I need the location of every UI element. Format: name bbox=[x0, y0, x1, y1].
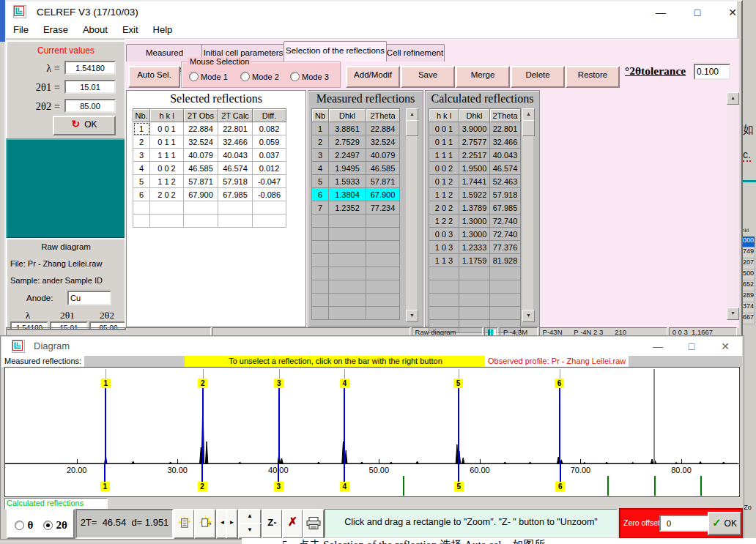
measured-reflection-bar[interactable] bbox=[559, 388, 560, 463]
table-cell[interactable]: 72.740 bbox=[490, 215, 521, 228]
table-cell[interactable]: 77.376 bbox=[490, 241, 521, 254]
table-cell[interactable]: 72.740 bbox=[490, 228, 521, 241]
table-cell[interactable]: 1 0 3 bbox=[429, 241, 459, 254]
table-row[interactable]: 1 1 21.592257.918 bbox=[429, 188, 521, 201]
table-cell[interactable]: 0.012 bbox=[253, 162, 286, 175]
table-cell[interactable]: 81.928 bbox=[490, 254, 521, 267]
table-cell[interactable]: 0 0 3 bbox=[429, 228, 459, 241]
calculated-reflection-bar[interactable] bbox=[458, 463, 459, 482]
table-cell[interactable]: 1.2333 bbox=[459, 241, 490, 254]
table-row[interactable]: 0 0 13.900022.801 bbox=[429, 122, 521, 135]
table-cell[interactable]: 46.574 bbox=[490, 162, 521, 175]
table-row[interactable]: 51.593357.871 bbox=[312, 175, 400, 188]
table-cell[interactable]: 1 bbox=[312, 122, 329, 135]
table-cell[interactable]: 32.466 bbox=[218, 135, 253, 149]
table-cell[interactable]: 22.801 bbox=[218, 122, 253, 135]
table-cell[interactable]: 22.884 bbox=[366, 122, 400, 135]
table-row[interactable]: 1 1 12.251740.043 bbox=[429, 149, 521, 162]
table-row[interactable]: 0 1 12.757732.466 bbox=[429, 135, 521, 149]
menu-item-erase[interactable]: Erase bbox=[36, 22, 75, 38]
table-row[interactable]: 51 1 257.87157.918-0.047 bbox=[133, 175, 286, 188]
table-cell[interactable]: 40.043 bbox=[218, 149, 253, 162]
toolbar-button-add-modif[interactable]: Add/Modif bbox=[346, 66, 400, 88]
calculated-reflection-bar[interactable] bbox=[104, 463, 105, 482]
table-cell[interactable]: 0.059 bbox=[253, 135, 286, 149]
theta-radio[interactable]: θ bbox=[15, 518, 33, 532]
current-value-input[interactable] bbox=[64, 80, 116, 94]
table-cell[interactable]: 6 bbox=[133, 188, 150, 201]
auto-sel-button[interactable]: Auto Sel. bbox=[128, 66, 180, 88]
table-cell[interactable]: 7 bbox=[312, 201, 329, 215]
table-cell[interactable]: 1.3000 bbox=[459, 215, 490, 228]
mode-radio-3[interactable]: Mode 3 bbox=[290, 72, 329, 81]
page-scrollbar[interactable]: ▲ ▼ bbox=[727, 92, 738, 320]
table-cell[interactable]: 0 1 1 bbox=[429, 135, 459, 149]
table-cell[interactable]: 32.524 bbox=[184, 135, 218, 149]
scroll-down-icon[interactable]: ▼ bbox=[727, 308, 739, 320]
table-cell[interactable]: 2 0 2 bbox=[429, 201, 459, 215]
table-cell[interactable]: 57.871 bbox=[184, 175, 218, 188]
table-row[interactable]: 13.886122.884 bbox=[312, 122, 400, 135]
scroll-up-icon[interactable]: ▲ bbox=[522, 108, 535, 121]
table-cell[interactable]: 2.7529 bbox=[329, 135, 366, 149]
table-cell[interactable]: -0.047 bbox=[253, 175, 286, 188]
current-values-ok-button[interactable]: ↻OK bbox=[53, 116, 116, 135]
maximize-button[interactable]: □ bbox=[681, 340, 702, 353]
table-cell[interactable]: 67.985 bbox=[218, 188, 253, 201]
scroll-up-icon[interactable]: ▲ bbox=[406, 108, 418, 121]
table-row[interactable]: 62 0 267.90067.985-0.086 bbox=[133, 188, 286, 201]
calculated-scrollbar[interactable]: ▲ ▼ bbox=[522, 108, 533, 322]
table-cell[interactable]: 5 bbox=[133, 175, 150, 188]
maximize-button[interactable]: □ bbox=[687, 6, 708, 19]
table-cell[interactable]: 2 bbox=[312, 135, 329, 149]
table-cell[interactable]: 46.574 bbox=[218, 162, 253, 175]
table-cell[interactable]: 1.9500 bbox=[459, 162, 490, 175]
table-row[interactable]: 0 1 21.744152.463 bbox=[429, 175, 521, 188]
calculated-reflection-bar[interactable] bbox=[201, 463, 203, 482]
table-cell[interactable]: 1.9495 bbox=[329, 162, 366, 175]
table-row[interactable]: 0 0 31.300072.740 bbox=[429, 228, 521, 241]
table-cell[interactable]: 1.5933 bbox=[329, 175, 366, 188]
measured-reflection-bar[interactable] bbox=[105, 388, 106, 463]
table-cell[interactable]: 2.7577 bbox=[459, 135, 490, 149]
table-cell[interactable]: 3.8861 bbox=[329, 122, 366, 135]
toolbar-button-restore[interactable]: Restore bbox=[566, 66, 620, 88]
table-cell[interactable]: 0 0 1 bbox=[150, 122, 184, 135]
scrollbar-thumb[interactable] bbox=[522, 120, 535, 136]
table-cell[interactable]: 67.900 bbox=[366, 188, 400, 201]
menu-item-file[interactable]: File bbox=[6, 22, 36, 38]
table-cell[interactable]: 0 0 1 bbox=[429, 122, 459, 135]
table-row[interactable]: 61.380467.900 bbox=[312, 188, 400, 201]
table-row[interactable]: 22.752932.524 bbox=[312, 135, 400, 149]
table-cell[interactable]: 40.079 bbox=[366, 149, 400, 162]
measured-scrollbar[interactable]: ▲ ▼ bbox=[406, 108, 417, 322]
menu-item-help[interactable]: Help bbox=[146, 22, 180, 38]
table-cell[interactable]: 67.900 bbox=[184, 188, 218, 201]
measured-reflection-bar[interactable] bbox=[344, 388, 345, 463]
table-cell[interactable]: 2.2517 bbox=[459, 149, 490, 162]
table-cell[interactable]: 22.801 bbox=[490, 122, 521, 135]
table-row[interactable]: 40 0 246.58546.5740.012 bbox=[133, 162, 286, 175]
scroll-up-icon[interactable]: ▲ bbox=[727, 92, 739, 105]
table-cell[interactable]: 2.2497 bbox=[329, 149, 366, 162]
zero-offset-ok-button[interactable]: ✓OK bbox=[708, 512, 741, 535]
table-cell[interactable]: 57.871 bbox=[366, 175, 400, 188]
table-cell[interactable]: 1.5922 bbox=[459, 188, 490, 201]
close-button[interactable]: ✕ bbox=[722, 6, 743, 19]
measured-reflection-bar[interactable] bbox=[202, 388, 204, 463]
minimize-button[interactable]: — bbox=[648, 340, 668, 353]
table-cell[interactable]: 52.463 bbox=[490, 175, 521, 188]
table-cell[interactable]: 57.918 bbox=[490, 188, 521, 201]
table-row[interactable]: 10 0 122.88422.8010.082 bbox=[133, 122, 286, 135]
table-row[interactable]: 31 1 140.07940.0430.037 bbox=[133, 149, 286, 162]
zero-offset-input[interactable] bbox=[659, 515, 711, 532]
table-cell[interactable]: 1.3000 bbox=[459, 228, 490, 241]
two-theta-radio[interactable]: 2θ bbox=[43, 518, 67, 532]
menu-item-exit[interactable]: Exit bbox=[115, 22, 146, 38]
table-cell[interactable]: 1 1 3 bbox=[429, 254, 459, 267]
toolbar-button-save[interactable]: Save bbox=[401, 66, 455, 88]
table-cell[interactable]: 1 1 2 bbox=[429, 188, 459, 201]
table-row[interactable]: 0 0 21.950046.574 bbox=[429, 162, 521, 175]
toolbar-button-merge[interactable]: Merge bbox=[456, 66, 510, 88]
table-cell[interactable]: 1.3789 bbox=[459, 201, 490, 215]
